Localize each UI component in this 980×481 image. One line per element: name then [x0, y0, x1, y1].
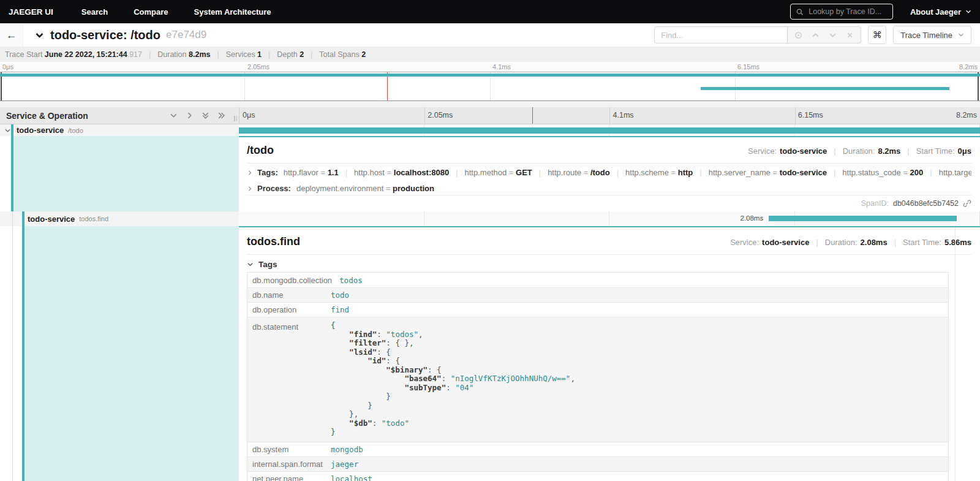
separator: | — [149, 50, 151, 59]
process-summary-list: deployment.environment = production — [296, 184, 434, 193]
timeline-tick: 4.1ms — [610, 111, 634, 119]
prev-match-icon[interactable] — [812, 31, 820, 39]
tag-table-row: db.mongodb.collectiontodos — [247, 273, 948, 287]
span-operation-name: todos.find — [79, 215, 108, 222]
span-id-label: SpanID: — [861, 199, 889, 208]
tag-key: db.name — [247, 289, 327, 301]
summary-item: Depth 2 — [277, 50, 304, 59]
nav-item-compare[interactable]: Compare — [134, 7, 168, 17]
expand-one-icon[interactable] — [186, 112, 194, 119]
tree-guide-line — [12, 211, 13, 226]
span-service-name: todo-service — [17, 126, 64, 135]
back-arrow-icon: ← — [6, 29, 17, 42]
tag: http.host = localhost:8080 — [354, 168, 449, 177]
tags-section-toggle[interactable]: Tags — [247, 260, 971, 269]
expand-collapse-controls — [170, 112, 233, 119]
summary-item: Services 1 — [226, 50, 262, 59]
span-detail-panel: /todo Service:todo-service | Duration:8.… — [239, 136, 980, 211]
tag: http.route = /todo — [548, 168, 610, 177]
find-input[interactable] — [654, 26, 788, 44]
copy-link-icon[interactable] — [963, 199, 971, 208]
tag: http.scheme = http — [625, 168, 693, 177]
minimap-graph[interactable] — [0, 72, 980, 101]
summary-item: Duration 8.2ms — [157, 50, 210, 59]
chevron-right-icon — [247, 186, 253, 192]
tag-key: db.statement — [247, 320, 327, 333]
chevron-down-icon — [958, 32, 964, 38]
nav-item-search[interactable]: Search — [81, 7, 108, 17]
service-operation-label: Service & Operation — [6, 111, 88, 121]
tag: http.target = /todo — [939, 168, 971, 177]
tag-value: jaeger — [327, 458, 362, 470]
tag: http.status_code = 200 — [842, 168, 923, 177]
span-operation-name: /todo — [68, 127, 83, 134]
tag-table-row: db.nametodo — [247, 287, 948, 302]
span-bar-1[interactable] — [239, 127, 980, 134]
tag-table-row: internal.span.formatjaeger — [247, 456, 948, 471]
timeline-tick: 6.15ms — [795, 111, 823, 119]
span-detail-title: todos.find — [247, 235, 300, 248]
jaeger-logo[interactable]: JAEGER UI — [9, 7, 53, 17]
divider — [247, 163, 971, 164]
trace-lookup-box[interactable] — [790, 4, 893, 20]
timeline-tick: 2.05ms — [424, 111, 453, 119]
trace-view-label: Trace Timeline — [900, 31, 952, 40]
keyboard-shortcuts-button[interactable]: ⌘ — [868, 26, 886, 44]
span-detail-panel: todos.find Service:todo-service | Durati… — [239, 226, 980, 481]
tag-key: internal.span.format — [247, 458, 327, 470]
collapse-one-icon[interactable] — [170, 112, 178, 119]
tag-key: db.operation — [247, 304, 327, 316]
span-duration-label: 2.08ms — [740, 214, 769, 222]
process-accordion[interactable]: Process: deployment.environment = produc… — [247, 181, 971, 195]
separator: | — [268, 50, 270, 59]
span-timeline-cell[interactable] — [239, 124, 980, 136]
minimap-span-bar — [701, 87, 949, 90]
search-icon — [796, 8, 803, 16]
about-jaeger-menu[interactable]: About Jaeger — [910, 7, 971, 17]
focus-match-icon[interactable] — [794, 31, 802, 39]
clear-find-icon[interactable] — [846, 31, 854, 39]
about-jaeger-label: About Jaeger — [910, 7, 961, 17]
collapse-children-icon[interactable] — [4, 127, 11, 134]
collapse-all-icon[interactable] — [202, 112, 209, 119]
span-bar-2[interactable] — [769, 216, 957, 221]
tag: http.method = GET — [465, 168, 532, 177]
next-match-icon[interactable] — [829, 31, 837, 39]
tags-section-label: Tags — [258, 260, 277, 269]
timeline-cursor-guide — [532, 107, 533, 124]
back-button[interactable]: ← — [0, 23, 23, 47]
tag-table-row: db.operationfind — [247, 302, 948, 317]
timeline-tick: 0μs — [0, 63, 13, 70]
timeline-minimap: 0μs2.05ms4.1ms6.15ms8.2ms — [0, 62, 980, 101]
tag-value: find — [327, 304, 353, 316]
divider — [247, 254, 971, 255]
top-nav: JAEGER UI Search Compare System Architec… — [0, 0, 980, 23]
span-detail-meta: Service:todo-service | Duration:8.2ms | … — [748, 146, 971, 156]
timeline-tick: 8.2ms — [956, 111, 977, 119]
find-controls — [788, 26, 861, 44]
trace-collapse-toggle[interactable] — [35, 31, 44, 40]
expand-all-icon[interactable] — [217, 112, 225, 119]
chevron-right-icon — [247, 170, 253, 176]
span-name-cell[interactable]: todo-service todos.find — [0, 211, 239, 226]
minimap-spacer — [0, 101, 980, 107]
tags-table: db.mongodb.collectiontodosdb.nametododb.… — [247, 272, 949, 481]
trace-view-select[interactable]: Trace Timeline — [893, 26, 971, 44]
span-row-todo[interactable]: todo-service /todo — [0, 124, 980, 136]
timeline-tick: 2.05ms — [245, 63, 270, 70]
span-name-cell[interactable]: todo-service /todo — [0, 124, 239, 136]
span-row-todos-find[interactable]: todo-service todos.find 2.08ms — [0, 211, 980, 226]
trace-lookup-input[interactable] — [807, 7, 887, 17]
trace-summary-stats: Trace Start June 22 2022, 15:21:44.917|D… — [0, 47, 980, 62]
timeline-header: 0μs2.05ms4.1ms6.15ms8.2ms — [239, 107, 980, 124]
column-resize-handle[interactable] — [234, 116, 237, 121]
tags-accordion[interactable]: Tags: http.flavor = 1.1|http.host = loca… — [247, 165, 971, 180]
tag-value: localhost — [327, 473, 376, 481]
service-operation-header: Service & Operation — [0, 107, 239, 124]
summary-item: Trace Start June 22 2022, 15:21:44.917 — [5, 50, 142, 59]
tags-label: Tags: — [257, 168, 278, 177]
trace-page-header: ← todo-service: /todo e7e74d9 ⌘ Trace Ti… — [0, 23, 980, 47]
tag-key: net.peer.name — [247, 473, 327, 481]
span-timeline-cell[interactable]: 2.08ms — [239, 211, 980, 226]
nav-item-system-architecture[interactable]: System Architecture — [194, 7, 271, 17]
